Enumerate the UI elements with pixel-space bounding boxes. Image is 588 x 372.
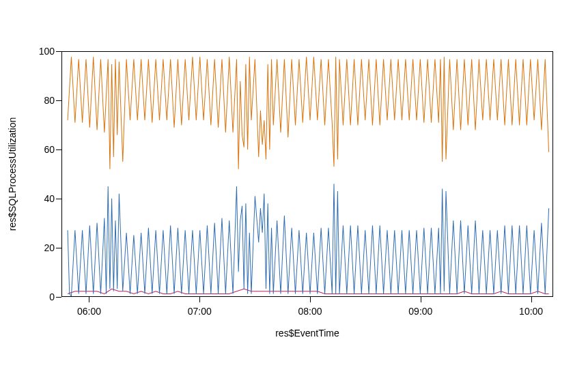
y-tick-label: 100 (27, 46, 55, 57)
y-axis-title: res$SQLProcessUtilization (7, 117, 18, 231)
x-tick (531, 297, 532, 302)
y-tick-label: 20 (27, 242, 55, 253)
x-tick-label: 09:00 (408, 306, 432, 317)
y-tick (56, 51, 61, 52)
y-tick-label: 80 (27, 95, 55, 106)
y-tick (56, 248, 61, 248)
y-tick-label: 0 (27, 291, 55, 302)
x-tick (199, 297, 200, 302)
plot-area (61, 51, 553, 297)
chart-figure: res$SQLProcessUtilization res$EventTime … (0, 0, 588, 372)
x-tick-label: 07:00 (188, 306, 212, 317)
y-tick-label: 40 (27, 193, 55, 204)
chart-svg (62, 52, 552, 296)
y-tick (56, 199, 61, 199)
y-tick (56, 100, 61, 101)
x-axis-title: res$EventTime (275, 328, 339, 339)
x-tick-label: 06:00 (77, 306, 101, 317)
y-tick (56, 149, 61, 150)
series-red-line (68, 289, 549, 294)
x-tick (89, 297, 89, 302)
x-tick (421, 297, 421, 302)
x-tick-label: 10:00 (519, 306, 543, 317)
series-orange-line (68, 57, 549, 169)
x-tick-label: 08:00 (298, 306, 322, 317)
y-tick-label: 60 (27, 144, 55, 155)
x-tick (310, 297, 311, 302)
series-blue-line (68, 184, 549, 296)
y-tick (56, 297, 61, 298)
